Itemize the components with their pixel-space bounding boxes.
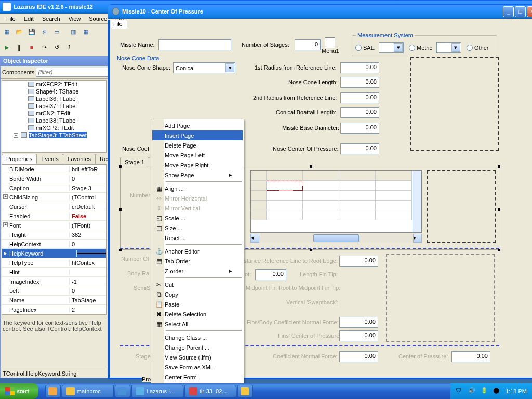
maximize-button[interactable]: □ [515,6,526,17]
menu-file[interactable]: File [2,15,20,23]
property-row[interactable]: +ChildSizing(TControl [2,193,106,202]
menu-item-z-order[interactable]: Z-order▸ [152,266,243,276]
menu-item-center-form[interactable]: Center Form [152,372,243,382]
saveall-button[interactable]: ⎘ [38,26,50,37]
menu-item-cut[interactable]: ✂Cut [152,280,243,289]
menu-item-add-page[interactable]: Add Page [152,121,243,130]
property-row[interactable]: ImageIndex-1 [2,277,106,286]
menu-source[interactable]: Source [85,15,111,23]
system-tray[interactable]: 🛡 🔊 🔋 ⬤ 1:18 PM [450,383,532,399]
tray-icon[interactable]: ⬤ [493,387,501,395]
menu-item-change-class-[interactable]: Change Class ... [152,332,243,342]
nose-shape-combo[interactable]: Conical▾ [173,62,235,73]
menu-item-tab-order[interactable]: ▤Tab Order [152,256,243,266]
step-into-button[interactable]: ↺ [51,42,62,53]
radio-sae[interactable]: SAE [355,45,375,51]
tab-events[interactable]: Events [36,154,63,164]
step-out-button[interactable]: ⤴ [63,42,75,53]
property-row[interactable]: BorderWidth0 [2,174,106,183]
radio-other[interactable]: Other [467,45,489,51]
taskbar-item[interactable] [45,385,61,397]
menu-item-copy[interactable]: ⧉Copy [152,289,243,299]
ncl-input[interactable]: 0.00 [340,77,379,88]
taskbar[interactable]: start mathprocLazarus I...tir-33_02... 🛡… [0,383,532,399]
menu-item-show-page[interactable]: Show Page▸ [152,170,243,180]
component-tree[interactable]: mrXFCP2: TEditShape4: TShapeLabel36: TLa… [2,80,107,153]
step-over-button[interactable]: ↷ [38,42,50,53]
new-form-button[interactable]: ▭ [51,26,62,37]
open-button[interactable]: 📂 [14,26,25,37]
num-stages-input[interactable]: 0 [295,39,321,50]
tab-favorites[interactable]: Favorites [63,154,96,164]
tree-item[interactable]: mrCN2: TEdit [2,110,106,117]
oi-tabstrip[interactable]: Properties Events Favorites Restri [2,154,107,164]
menu-search[interactable]: Search [38,15,64,23]
menu-item-move-page-left[interactable]: Move Page Left [152,150,243,160]
menu-edit[interactable]: Edit [20,15,38,23]
data-grid[interactable] [250,170,422,233]
property-row[interactable]: HelpTypehtContex [2,258,106,268]
fins-coef-input[interactable]: 0.00 [339,317,378,328]
menu-item-view-source-lfm-[interactable]: View Source (.lfm) [152,352,243,362]
stop-button[interactable]: ■ [26,42,37,53]
property-row[interactable]: CursorcrDefault [2,202,106,211]
property-row[interactable]: +Font(TFont) [2,221,106,230]
taskbar-item[interactable] [237,385,253,397]
oi-titlebar[interactable]: Object Inspector [1,57,108,66]
property-row[interactable]: HelpContext0 [2,240,106,249]
clock[interactable]: 1:18 PM [506,388,527,394]
start-button[interactable]: start [0,383,38,399]
ot-input[interactable]: 0.00 [255,269,286,280]
tree-item[interactable]: mrXFCP2: TEdit [2,81,106,88]
property-row[interactable]: Hint [2,268,106,277]
cop2-input[interactable]: 0.00 [451,351,490,362]
tray-icon[interactable]: 🔋 [481,387,489,395]
property-row[interactable]: CaptionStage 3 [2,183,106,193]
context-menu[interactable]: Add PageInsert PageDelete PageMove Page … [151,119,244,399]
tree-item[interactable]: Label37: TLabel [2,102,106,110]
new-unit-button[interactable]: ▦ [1,26,12,37]
sae-combo[interactable]: ▾ [379,42,404,53]
filter-input[interactable] [36,68,112,77]
property-row[interactable]: PageIndex2 [2,305,106,314]
dist-ref-input[interactable]: 0.00 [339,256,378,267]
taskbar-item[interactable]: tir-33_02... [184,385,236,397]
tree-item[interactable]: −TabStage3: TTabSheet [2,131,106,139]
menu-item-delete-page[interactable]: Delete Page [152,140,243,150]
tab-stage1[interactable]: Stage 1 [120,157,149,167]
property-row[interactable]: Height382 [2,230,106,240]
menu-item-change-parent-[interactable]: Change Parent ... [152,342,243,352]
menu-item-reset-[interactable]: Reset ... [152,233,243,243]
save-button[interactable]: 💾 [26,26,37,37]
menu-item-delete-selection[interactable]: ✖Delete Selection [152,309,243,319]
fins-cop-input[interactable]: 0.00 [339,330,378,341]
menu-item-anchor-editor[interactable]: ⚓Anchor Editor [152,246,243,256]
menu-item-move-page-right[interactable]: Move Page Right [152,160,243,170]
tree-item[interactable]: Label38: TLabel [2,117,106,124]
taskbar-item[interactable]: mathproc [62,385,114,397]
property-row[interactable]: NameTabStage [2,296,106,305]
property-row[interactable]: Left0 [2,286,106,296]
tree-item[interactable]: Label36: TLabel [2,95,106,102]
form-menu-file[interactable]: File [111,20,127,29]
property-row[interactable]: ▸HelpKeyword [2,249,106,258]
tree-item[interactable]: mrXCP2: TEdit [2,124,106,131]
run-button[interactable]: ▶ [1,42,12,53]
menu-view[interactable]: View [64,15,85,23]
menu-item-insert-page[interactable]: Insert Page [152,130,243,140]
tree-item[interactable]: Shape4: TShape [2,88,106,95]
menu-item-select-all[interactable]: ▦Select All [152,319,243,329]
menu-item-scale-[interactable]: ◱Scale ... [152,213,243,223]
minimize-button[interactable]: _ [503,6,514,17]
close-button[interactable]: × [527,6,532,17]
coef-normal-input[interactable]: 0.00 [339,351,378,362]
grid-hscroll[interactable]: ◂▸ [250,234,422,243]
menu-item-align-[interactable]: ▦Align ... [152,183,243,193]
grid-vscroll[interactable] [413,171,421,232]
cbl-input[interactable]: 0.00 [340,107,379,118]
form-titlebar[interactable]: Missle10 - Center Of Pressure _ □ × [108,4,532,19]
radio-metric[interactable]: Metric [409,45,432,51]
menu-item-size-[interactable]: ◫Size ... [152,223,243,233]
mbd-input[interactable]: 0.00 [340,123,379,134]
property-row[interactable]: EnabledFalse [2,211,106,221]
